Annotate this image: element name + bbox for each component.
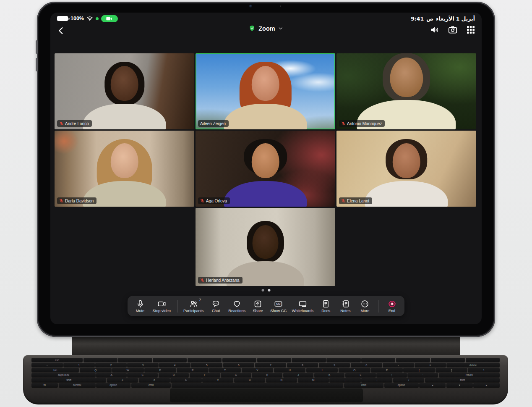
key-blank[interactable] <box>292 358 326 362</box>
key-s[interactable]: S <box>127 373 158 377</box>
key-caps-lock[interactable]: caps lock <box>31 373 96 377</box>
participant-tile-aga-orlova[interactable]: Aga Orlova <box>196 131 335 207</box>
key-p[interactable]: P <box>371 368 403 372</box>
participant-tile-andre-lorico[interactable]: Andre Lorico <box>55 53 194 129</box>
key-option[interactable]: option <box>384 383 419 387</box>
key-7[interactable]: 7 <box>255 363 287 367</box>
key-m[interactable]: M <box>298 378 329 382</box>
key--[interactable]: \ <box>468 368 500 372</box>
participant-tile-antonio-manriquez[interactable]: Antonio Manriquez <box>336 53 476 129</box>
key--[interactable]: . <box>361 378 392 382</box>
key--[interactable]: = <box>415 363 446 367</box>
key-k[interactable]: K <box>314 373 345 377</box>
key-e[interactable]: E <box>144 368 176 372</box>
key-cmd[interactable]: cmd <box>131 383 171 387</box>
back-button[interactable] <box>55 24 67 37</box>
participants-button[interactable]: 7Participants <box>183 299 203 313</box>
key--[interactable]: [ <box>403 368 435 372</box>
key-n[interactable]: N <box>266 378 297 382</box>
apps-grid-button[interactable] <box>466 25 476 35</box>
key--[interactable]: ▸ <box>473 383 500 387</box>
key-cmd[interactable]: cmd <box>344 383 384 387</box>
key-0[interactable]: 0 <box>351 363 382 367</box>
key--[interactable]: ' <box>407 373 438 377</box>
page-dot-2[interactable] <box>268 289 271 291</box>
key-delete[interactable]: delete <box>446 363 500 367</box>
key-1[interactable]: 1 <box>63 363 95 367</box>
key--[interactable]: ▾ <box>446 383 473 387</box>
key-h[interactable]: H <box>252 373 282 377</box>
reactions-button[interactable]: Reactions <box>228 299 245 313</box>
participant-tile-aileen-zeigen[interactable]: Aileen Zeigen <box>196 53 335 129</box>
notes-button[interactable]: Notes <box>338 299 352 313</box>
stop-video-button[interactable]: Stop video <box>153 299 171 313</box>
key-blank[interactable] <box>188 358 222 362</box>
key-return[interactable]: return <box>439 373 500 377</box>
key-fn[interactable]: fn <box>31 383 58 387</box>
key-9[interactable]: 9 <box>319 363 350 367</box>
key--[interactable]: ] <box>436 368 467 372</box>
key--[interactable]: / <box>393 378 424 382</box>
key--[interactable]: ◂ <box>419 383 446 387</box>
docs-button[interactable]: Docs <box>319 299 333 313</box>
whiteboards-button[interactable]: Whiteboards <box>292 299 314 313</box>
key--[interactable]: - <box>383 363 414 367</box>
key-g[interactable]: G <box>221 373 251 377</box>
volume-down-button[interactable] <box>36 58 38 71</box>
key-i[interactable]: I <box>306 368 338 372</box>
key-2[interactable]: 2 <box>95 363 127 367</box>
key-z[interactable]: Z <box>107 378 138 382</box>
end-button[interactable]: End <box>385 299 399 313</box>
speaker-audio-button[interactable] <box>430 25 440 35</box>
key-blank[interactable] <box>361 358 395 362</box>
share-button[interactable]: Share <box>251 299 265 313</box>
show-cc-button[interactable]: CCShow CC <box>270 299 287 313</box>
key-blank[interactable] <box>222 358 256 362</box>
key--[interactable]: ~ <box>31 363 63 367</box>
chat-button[interactable]: Chat <box>209 299 223 313</box>
key-y[interactable]: Y <box>242 368 274 372</box>
trackpad[interactable] <box>170 388 363 402</box>
more-button[interactable]: More <box>358 299 372 313</box>
key-l[interactable]: L <box>345 373 376 377</box>
switch-camera-button[interactable] <box>448 25 458 35</box>
key-blank[interactable] <box>153 358 187 362</box>
volume-up-button[interactable] <box>36 40 38 54</box>
page-dot-1[interactable] <box>262 289 264 291</box>
key-b[interactable]: B <box>234 378 265 382</box>
participant-tile-darla-davidson[interactable]: Darla Davidson <box>55 131 194 207</box>
key-blank[interactable] <box>466 358 500 362</box>
key--[interactable]: ; <box>376 373 407 377</box>
mute-button[interactable]: Mute <box>133 299 147 313</box>
key-a[interactable]: A <box>96 373 127 377</box>
key-blank[interactable] <box>257 358 291 362</box>
key-blank[interactable] <box>326 358 360 362</box>
key-x[interactable]: X <box>139 378 170 382</box>
key-esc[interactable]: esc <box>31 358 83 362</box>
participant-tile-herland-antezana[interactable]: Herland Antezana <box>196 208 335 286</box>
key-f[interactable]: F <box>190 373 220 377</box>
key-6[interactable]: 6 <box>223 363 255 367</box>
key-shift[interactable]: shift <box>31 378 106 382</box>
key-d[interactable]: D <box>159 373 189 377</box>
page-dots[interactable] <box>262 289 271 291</box>
key-w[interactable]: W <box>112 368 144 372</box>
key-r[interactable]: R <box>177 368 209 372</box>
key-o[interactable]: O <box>339 368 370 372</box>
key-shift[interactable]: shift <box>425 378 500 382</box>
key-tab[interactable]: tab <box>31 368 79 372</box>
key-space[interactable] <box>172 383 344 387</box>
key-8[interactable]: 8 <box>287 363 318 367</box>
key-control[interactable]: control <box>59 383 96 387</box>
active-video-call-pill[interactable] <box>101 15 118 22</box>
key-blank[interactable] <box>431 358 465 362</box>
meeting-title-button[interactable]: Zoom <box>248 25 283 32</box>
key-5[interactable]: 5 <box>191 363 222 367</box>
key-q[interactable]: Q <box>80 368 112 372</box>
key--[interactable]: , <box>329 378 360 382</box>
participant-tile-elena-lanot[interactable]: Elena Lanot <box>336 131 476 207</box>
key-u[interactable]: U <box>274 368 306 372</box>
key-blank[interactable] <box>396 358 430 362</box>
key-c[interactable]: C <box>170 378 201 382</box>
key-blank[interactable] <box>118 358 152 362</box>
